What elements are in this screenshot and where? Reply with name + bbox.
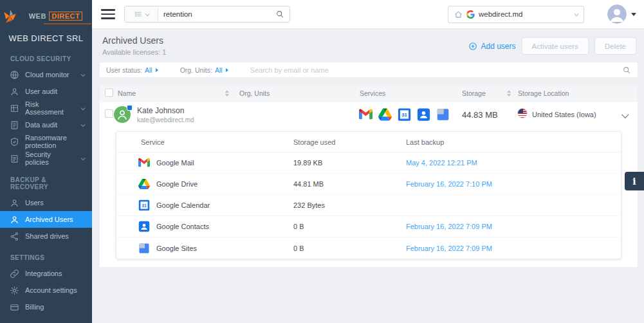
service-row-google-contacts: Google Contacts 0 B February 16, 2022 7:… [116,216,621,237]
collapse-row-icon[interactable] [621,111,629,118]
service-storage-used: 44.81 MB [293,180,406,188]
detail-column-service: Service [116,138,293,146]
sort-storage-icon[interactable] [507,90,511,97]
user-status-filter[interactable]: User status: All [106,66,158,74]
sidebar-item-label: Users [25,199,44,207]
global-search-input[interactable] [158,10,275,18]
share-icon [10,232,19,241]
brand-logo-web: WEB [29,12,46,20]
chevron-down-icon [81,122,86,127]
sidebar-item-archived-users[interactable]: Archived Users [0,211,92,228]
shield-icon [10,137,19,147]
row-checkbox[interactable] [105,109,113,118]
org-units-filter[interactable]: Org. Units: All [180,66,228,74]
search-icon[interactable] [622,66,631,75]
user-status-label: User status: [106,66,142,74]
storage-location-value: United States (Iowa) [532,111,596,118]
policy-icon [10,154,19,163]
column-org-units[interactable]: Org. Units [239,89,270,97]
activate-users-button[interactable]: Activate users [522,37,589,55]
last-backup-link[interactable]: February 16, 2022 7:10 PM [406,180,621,188]
last-backup-link[interactable]: February 16, 2022 7:09 PM [406,245,621,252]
sidebar-item-shared-drives[interactable]: Shared drives [0,228,92,245]
google-calendar-icon [138,199,150,211]
sidebar-item-billing[interactable]: Billing [0,299,92,315]
home-icon [454,10,463,19]
sidebar: WEB DIRECT WEB DIRECT SRL CLOUD SECURITY… [0,0,92,323]
caret-right-icon [156,68,158,72]
google-drive-icon [378,108,392,122]
global-search [124,6,290,23]
sidebar-item-integrations[interactable]: Integrations [0,265,92,282]
column-name[interactable]: Name [118,89,136,97]
sidebar-item-account-settings[interactable]: Account settings [0,282,92,299]
user-email: kate@webdirect.md [137,116,194,124]
service-name: Google Calendar [156,201,210,209]
sidebar-item-users[interactable]: Users [0,194,92,211]
sidebar-item-cloud-monitor[interactable]: Cloud monitor [0,66,92,83]
chevron-down-icon [631,13,636,16]
brand-tagline [44,23,91,24]
main-content: Archived Users Available licenses: 1 Add… [92,29,644,323]
brand-bird-icon [1,8,18,25]
credit-card-icon [10,302,19,312]
chevron-down-icon [81,72,86,77]
detail-column-storage-used: Storage used [293,138,406,146]
service-row-google-sites: Google Sites 0 B February 16, 2022 7:09 … [116,237,621,259]
table-header: Name Org. Units Services Storage Storage… [100,84,638,102]
google-drive-icon [138,178,150,190]
service-name: Google Sites [156,245,197,252]
info-button[interactable]: i [625,172,644,190]
storage-value: 44.83 MB [462,110,498,120]
sidebar-item-label: Data audit [25,121,57,129]
user-status-value: All [145,66,152,74]
sidebar-item-risk-assessment[interactable]: Risk Assessment [0,100,92,116]
table-row[interactable]: Kate Johnson kate@webdirect.md 44.83 MB … [100,102,638,127]
domain-selector[interactable]: webdirect.md [448,6,584,23]
select-all-checkbox[interactable] [105,89,113,97]
globe-icon [10,70,19,80]
org-units-value: All [215,66,223,74]
last-backup-link[interactable]: February 16, 2022 7:09 PM [406,223,621,230]
chevron-down-icon [81,156,86,160]
sidebar-item-label: Cloud monitor [25,71,69,78]
page-title: Archived Users [102,35,166,46]
gear-icon [10,286,19,295]
person-icon [10,87,19,97]
nav-section-settings: SETTINGS [0,245,92,265]
account-menu[interactable] [607,5,636,24]
sidebar-item-security-policies[interactable]: Security policies [0,150,92,167]
table-search-input[interactable] [250,66,622,74]
google-mail-icon [359,108,373,122]
services-cell [359,108,450,122]
sidebar-item-label: Archived Users [25,216,73,223]
google-sites-icon [436,108,450,122]
nav-section-backup-recovery: BACKUP & RECOVERY [0,167,92,194]
service-details-panel: Service Storage used Last backup Google … [116,131,621,259]
sidebar-item-data-audit[interactable]: Data audit [0,116,92,133]
sidebar-item-user-audit[interactable]: User audit [0,83,92,100]
search-icon[interactable] [275,10,284,19]
service-row-google-mail: Google Mail 19.89 KB May 4, 2022 12:21 P… [116,152,621,174]
service-row-google-drive: Google Drive 44.81 MB February 16, 2022 … [116,174,621,195]
us-flag-icon [517,108,528,118]
menu-toggle-button[interactable] [101,9,115,19]
link-icon [10,269,19,279]
sidebar-item-ransomware-protection[interactable]: Ransomware protection [0,133,92,150]
add-users-label: Add users [481,42,515,51]
google-contacts-icon [417,108,430,122]
chevron-down-icon [575,12,579,16]
topbar: webdirect.md [92,0,644,29]
service-row-google-calendar: Google Calendar 232 Bytes [116,195,621,216]
sidebar-item-label: Account settings [25,286,77,294]
last-backup-link[interactable]: May 4, 2022 12:21 PM [406,159,621,167]
service-storage-used: 232 Bytes [293,201,406,209]
column-storage[interactable]: Storage [462,89,486,97]
service-storage-used: 0 B [293,223,406,230]
search-scope-dropdown[interactable] [125,6,158,22]
chevron-down-icon [81,106,86,110]
sort-name-icon[interactable] [225,90,229,97]
add-users-button[interactable]: Add users [468,42,515,51]
delete-button[interactable]: Delete [594,37,636,55]
nav-section-cloud-security: CLOUD SECURITY [0,46,92,66]
